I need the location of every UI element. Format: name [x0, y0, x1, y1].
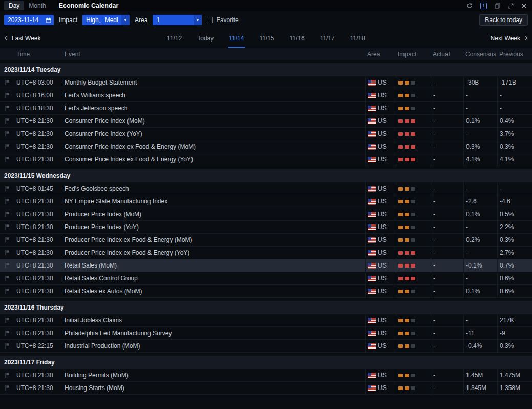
event-row[interactable]: UTC+8 21:30 Producer Price Index (MoM) U…: [0, 208, 532, 221]
event-name: NY Empire State Manufacturing Index: [62, 195, 365, 208]
area-code: US: [378, 262, 387, 269]
impact-level-icon: [398, 119, 415, 123]
bookmark-cell[interactable]: [0, 182, 14, 195]
bookmark-cell[interactable]: [0, 153, 14, 166]
bookmark-cell[interactable]: [0, 382, 14, 394]
event-row[interactable]: UTC+8 21:30 Retail Sales Control Group U…: [0, 272, 532, 285]
bookmark-cell[interactable]: [0, 208, 14, 220]
event-row[interactable]: UTC+8 21:30 NY Empire State Manufacturin…: [0, 195, 532, 208]
event-name: Producer Price Index ex Food & Energy (Y…: [62, 247, 365, 259]
bookmark-cell[interactable]: [0, 369, 14, 381]
event-row[interactable]: UTC+8 21:30 Producer Price Index (YoY) U…: [0, 221, 532, 234]
event-row[interactable]: UTC+8 21:30 Consumer Price Index ex Food…: [0, 140, 532, 153]
last-week-button[interactable]: Last Week: [5, 35, 40, 42]
impact-level-icon: [398, 264, 415, 268]
close-icon[interactable]: [521, 3, 527, 9]
header-actual: Actual: [431, 51, 463, 58]
bookmark-cell[interactable]: [0, 115, 14, 127]
us-flag-icon: [368, 144, 376, 150]
day-tab-11-12[interactable]: 11/12: [161, 29, 187, 48]
tab-day[interactable]: Day: [4, 1, 24, 10]
day-tab-11-17[interactable]: 11/17: [314, 29, 341, 48]
event-actual: -: [431, 102, 463, 114]
event-row[interactable]: UTC+8 21:30 Initial Jobless Claims US - …: [0, 314, 532, 327]
us-flag-icon: [368, 80, 376, 86]
event-consensus: -: [463, 102, 497, 114]
event-row[interactable]: UTC+8 21:30 Consumer Price Index ex Food…: [0, 153, 532, 166]
event-row[interactable]: UTC+8 21:30 Retail Sales ex Autos (MoM) …: [0, 285, 532, 298]
bookmark-cell[interactable]: [0, 76, 14, 89]
event-consensus: -: [463, 272, 497, 284]
bookmark-cell[interactable]: [0, 327, 14, 339]
refresh-icon[interactable]: [466, 3, 473, 9]
event-name: Fed's Goolsbee speech: [62, 182, 365, 195]
bookmark-cell[interactable]: [0, 247, 14, 259]
event-name: Consumer Price Index (MoM): [62, 115, 365, 127]
event-row[interactable]: UTC+8 21:30 Housing Starts (MoM) US - 1.…: [0, 382, 532, 395]
impact-select[interactable]: High、Medi: [82, 15, 130, 25]
event-row[interactable]: UTC+8 03:00 Monthly Budget Statement US …: [0, 76, 532, 89]
event-actual: -: [431, 128, 463, 140]
page-title: Economic Calendar: [59, 2, 119, 9]
day-tab-11-14[interactable]: 11/14: [223, 29, 249, 48]
flag-icon: [5, 105, 10, 111]
tab-month[interactable]: Month: [24, 1, 50, 10]
event-row[interactable]: UTC+8 21:30 Consumer Price Index (YoY) U…: [0, 128, 532, 140]
filter-bar: 2023-11-14 Impact High、Medi Area 1 Favor…: [0, 11, 532, 29]
impact-level-icon: [398, 226, 415, 229]
us-flag-icon: [368, 93, 376, 98]
bookmark-cell[interactable]: [0, 195, 14, 208]
event-time: UTC+8 18:30: [14, 102, 62, 114]
impact-level-icon: [398, 187, 415, 191]
expand-icon[interactable]: [508, 3, 514, 9]
flag-icon: [5, 372, 10, 378]
event-row[interactable]: UTC+8 21:30 Building Permits (MoM) US - …: [0, 369, 532, 382]
event-row[interactable]: UTC+8 16:00 Fed's Williams speech US - -…: [0, 89, 532, 102]
us-flag-icon: [368, 131, 376, 137]
area-code: US: [378, 92, 387, 99]
area-code: US: [378, 342, 387, 350]
panel-count-badge[interactable]: 1: [480, 3, 487, 9]
event-row[interactable]: UTC+8 21:30 Producer Price Index ex Food…: [0, 247, 532, 259]
restore-icon[interactable]: [495, 3, 500, 9]
bookmark-cell[interactable]: [0, 314, 14, 326]
back-to-today-button[interactable]: Back to today: [479, 14, 528, 26]
date-picker[interactable]: 2023-11-14: [4, 15, 54, 25]
area-select[interactable]: 1: [153, 15, 202, 25]
event-actual: -: [431, 208, 463, 220]
event-area: US: [365, 128, 396, 140]
bookmark-cell[interactable]: [0, 128, 14, 140]
event-area: US: [365, 208, 396, 220]
event-row[interactable]: UTC+8 21:30 Retail Sales (MoM) US - -0.1…: [0, 259, 532, 272]
date-section-header: 2023/11/17 Friday: [0, 356, 532, 369]
day-tab-11-18[interactable]: 11/18: [345, 29, 371, 48]
impact-level-icon: [398, 200, 415, 203]
event-time: UTC+8 22:15: [14, 340, 62, 352]
event-row[interactable]: UTC+8 18:30 Fed's Jefferson speech US - …: [0, 102, 532, 115]
bookmark-cell[interactable]: [0, 285, 14, 297]
bookmark-cell[interactable]: [0, 89, 14, 101]
bookmark-cell[interactable]: [0, 221, 14, 233]
bookmark-cell[interactable]: [0, 102, 14, 114]
event-impact: [396, 102, 431, 114]
event-actual: -: [431, 195, 463, 208]
header-previous: Previous: [497, 51, 532, 58]
us-flag-icon: [368, 385, 376, 391]
event-row[interactable]: UTC+8 21:30 Producer Price Index ex Food…: [0, 234, 532, 247]
bookmark-cell[interactable]: [0, 259, 14, 272]
day-tab-today[interactable]: Today: [191, 29, 219, 48]
event-row[interactable]: UTC+8 22:15 Industrial Production (MoM) …: [0, 340, 532, 353]
bookmark-cell[interactable]: [0, 272, 14, 284]
next-week-button[interactable]: Next Week: [491, 35, 527, 42]
bookmark-cell[interactable]: [0, 234, 14, 246]
area-code: US: [378, 79, 387, 86]
event-row[interactable]: UTC+8 21:30 Consumer Price Index (MoM) U…: [0, 115, 532, 128]
event-row[interactable]: UTC+8 21:30 Philadelphia Fed Manufacturi…: [0, 327, 532, 340]
favorite-checkbox[interactable]: [207, 17, 213, 23]
event-row[interactable]: UTC+8 01:45 Fed's Goolsbee speech US - -…: [0, 182, 532, 195]
impact-level-icon: [398, 94, 415, 97]
bookmark-cell[interactable]: [0, 340, 14, 352]
day-tab-11-16[interactable]: 11/16: [284, 29, 310, 48]
day-tab-11-15[interactable]: 11/15: [253, 29, 280, 48]
bookmark-cell[interactable]: [0, 140, 14, 153]
